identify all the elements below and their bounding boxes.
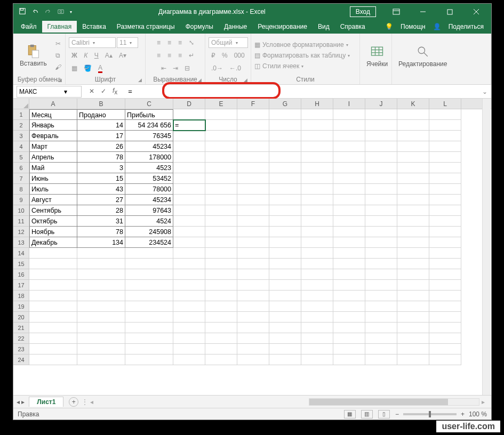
cell[interactable] [301, 152, 333, 163]
cell[interactable] [301, 323, 333, 333]
cell[interactable] [173, 344, 205, 355]
cell[interactable] [237, 184, 269, 195]
cell[interactable] [269, 312, 301, 323]
cell[interactable]: Август [29, 195, 77, 205]
cell[interactable] [205, 109, 237, 120]
row-header[interactable]: 24 [13, 355, 29, 365]
cell[interactable] [173, 195, 205, 205]
cell[interactable] [429, 131, 461, 141]
sheet-nav-prev-icon[interactable]: ◂ [17, 398, 20, 406]
cell[interactable]: 78000 [125, 184, 173, 195]
formula-bar-expand-icon[interactable]: ⌄ [482, 88, 491, 95]
horizontal-scrollbar[interactable] [309, 398, 479, 406]
cell[interactable] [333, 259, 365, 269]
cell[interactable] [365, 248, 397, 259]
normal-view-icon[interactable]: ▦ [344, 410, 356, 418]
cell[interactable] [429, 312, 461, 323]
row-header[interactable]: 1 [13, 109, 29, 120]
cell[interactable] [77, 291, 125, 301]
cell[interactable] [173, 355, 205, 365]
cell[interactable] [205, 237, 237, 248]
cell[interactable] [205, 184, 237, 195]
cell[interactable] [205, 259, 237, 269]
cell[interactable] [429, 269, 461, 280]
cell[interactable] [397, 195, 429, 205]
cell[interactable] [365, 237, 397, 248]
percent-icon[interactable]: % [219, 50, 230, 61]
cell[interactable] [429, 301, 461, 312]
share-button[interactable]: Поделиться [443, 21, 489, 33]
formula-bar[interactable]: = [125, 86, 482, 98]
cell[interactable] [301, 131, 333, 141]
minimize-button[interactable] [411, 4, 435, 20]
cell[interactable] [333, 301, 365, 312]
cell[interactable]: 78 [77, 227, 125, 237]
cell[interactable] [237, 131, 269, 141]
cell[interactable]: 4523 [125, 163, 173, 173]
cell[interactable] [333, 195, 365, 205]
cell[interactable] [173, 259, 205, 269]
cell[interactable]: 45234 [125, 195, 173, 205]
cell[interactable] [205, 205, 237, 216]
cell[interactable] [333, 163, 365, 173]
row-header[interactable]: 3 [13, 131, 29, 141]
comma-icon[interactable]: 000 [231, 50, 247, 61]
save-icon[interactable] [19, 7, 26, 17]
cell[interactable] [269, 216, 301, 227]
cell[interactable] [397, 280, 429, 291]
cell[interactable]: 245908 [125, 227, 173, 237]
cell[interactable] [173, 333, 205, 344]
cell[interactable] [205, 344, 237, 355]
borders-icon[interactable]: ▦ [69, 63, 80, 74]
increase-decimal-icon[interactable]: .0→ [209, 63, 226, 74]
wrap-text-icon[interactable]: ↵ [186, 50, 197, 61]
cell[interactable] [333, 227, 365, 237]
cell[interactable]: 76345 [125, 131, 173, 141]
cell[interactable] [301, 344, 333, 355]
format-painter-icon[interactable]: 🖌 [52, 62, 64, 72]
cell[interactable] [173, 248, 205, 259]
sign-in-button[interactable]: Вход [350, 6, 376, 17]
align-top-icon[interactable]: ≡ [154, 37, 164, 48]
cell[interactable] [29, 291, 77, 301]
cell[interactable] [205, 323, 237, 333]
tab-data[interactable]: Данные [219, 21, 252, 33]
tell-me-icon[interactable]: 💡 [385, 23, 393, 30]
cell[interactable] [269, 173, 301, 184]
cell[interactable] [397, 355, 429, 365]
tab-insert[interactable]: Вставка [77, 21, 111, 33]
row-header[interactable]: 12 [13, 227, 29, 237]
cell[interactable] [269, 237, 301, 248]
cell[interactable] [397, 173, 429, 184]
cell[interactable] [77, 280, 125, 291]
cell[interactable] [333, 205, 365, 216]
cell[interactable] [365, 312, 397, 323]
cell[interactable] [205, 195, 237, 205]
cell[interactable] [237, 109, 269, 120]
cell[interactable] [173, 141, 205, 152]
cell[interactable] [29, 269, 77, 280]
cell[interactable] [333, 333, 365, 344]
cell[interactable]: Январь [29, 120, 77, 131]
cell[interactable] [429, 259, 461, 269]
cell[interactable] [301, 259, 333, 269]
currency-icon[interactable]: ₽ [209, 50, 218, 61]
cell[interactable] [301, 216, 333, 227]
row-header[interactable]: 20 [13, 312, 29, 323]
cell[interactable] [365, 291, 397, 301]
cell[interactable] [301, 195, 333, 205]
cell[interactable] [125, 355, 173, 365]
cell[interactable] [173, 291, 205, 301]
page-break-view-icon[interactable]: ▯ [378, 410, 390, 418]
cell[interactable] [365, 141, 397, 152]
cell[interactable] [237, 120, 269, 131]
row-header[interactable]: 21 [13, 323, 29, 333]
cell[interactable] [237, 259, 269, 269]
cell[interactable] [269, 152, 301, 163]
cell[interactable] [269, 291, 301, 301]
cell[interactable] [397, 333, 429, 344]
cell[interactable] [333, 237, 365, 248]
zoom-control[interactable]: − + 100 % [395, 410, 487, 418]
cell[interactable]: 78 [77, 152, 125, 163]
zoom-out-icon[interactable]: − [395, 410, 399, 418]
